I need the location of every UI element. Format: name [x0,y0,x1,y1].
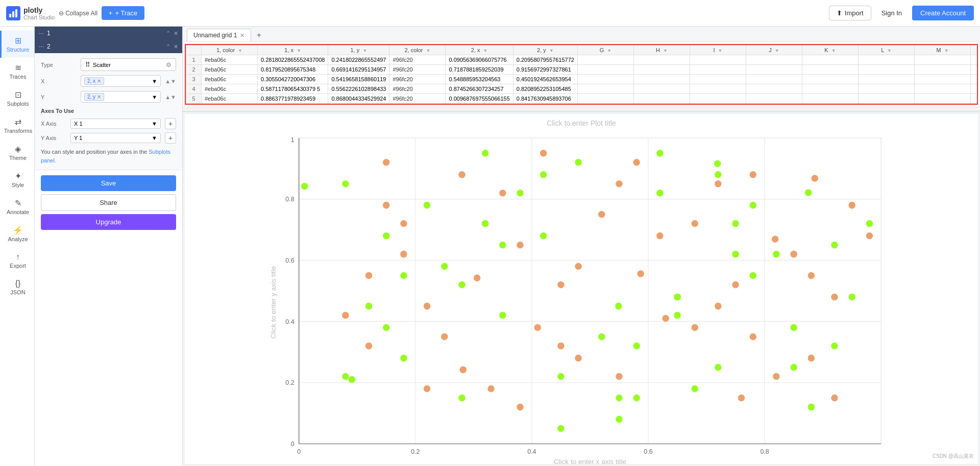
sidebar-item-theme[interactable]: ◈ Theme [0,139,34,166]
trace-2-expand-icon[interactable]: ⌃ [166,43,170,50]
type-row: Type ⠿ Scatter ⚙ [41,58,176,71]
trace-1-expand-icon[interactable]: ⌃ [166,30,170,37]
scatter-dot-series2 [715,364,722,371]
cell-1-color[interactable]: #eba06c [202,55,258,65]
scatter-dot-series1 [616,373,623,380]
cell-1-x[interactable]: 0.3055042720047306 [258,75,328,84]
sidebar-item-annotate[interactable]: ✎ Annotate [0,193,34,220]
col-j-header[interactable]: J ▼ [746,45,802,55]
cell-2-x[interactable]: 0.09056369066075776 [446,55,513,65]
subplots-icon: ⊡ [4,90,32,100]
col-2-color-header[interactable]: 2, color ▼ [389,45,446,55]
col-1-y-header[interactable]: 1, y ▼ [328,45,389,55]
cell-1-x[interactable]: 0.8179520895675348 [258,65,328,75]
sidebar-item-subplots[interactable]: ⊡ Subplots [0,85,34,112]
add-grid-button[interactable]: + [253,30,264,41]
y-tick-0: 0 [291,440,295,448]
sidebar-item-export[interactable]: ↑ Export [0,247,34,274]
grid-tab-close[interactable]: ✕ [240,32,244,39]
col-g-header[interactable]: G ▼ [577,45,633,55]
y-field-tag-close[interactable]: ✕ [97,94,101,100]
cell-1-x[interactable]: 0.8863771978923459 [258,94,328,104]
panel: ⋯ 1 ⌃ ✕ ⋯ 2 ⌃ ✕ Type ⠿ [35,27,183,466]
cell-1-y[interactable]: 0.8680044334529924 [328,94,389,104]
x-axis-title[interactable]: Click to enter x axis title [554,458,626,464]
cell-2-color[interactable]: #96fc20 [389,65,446,75]
y-axis-select[interactable]: Y 1 ▼ [70,133,161,143]
sidebar-item-json[interactable]: {} JSON [0,274,34,300]
cell-1-x[interactable]: 0.5871178065430379 5 [258,84,328,94]
sidebar-item-structure[interactable]: ⊞ Structure [0,31,34,58]
cell-1-y[interactable]: 0.6691416295134957 [328,65,389,75]
cell-2-x[interactable]: 0.8745266307234257 [446,84,513,94]
cell-2-color[interactable]: #96fc20 [389,94,446,104]
y-axis-add-button[interactable]: + [165,132,176,144]
cell-1-y[interactable]: 0.5562226102898433 [328,84,389,94]
x-axis-select[interactable]: X 1 ▼ [70,119,161,129]
scatter-dot-series2 [674,293,681,300]
x-axis-add-button[interactable]: + [165,118,176,129]
create-account-button[interactable]: Create Account [912,6,974,20]
cell-2-color[interactable]: #96fc20 [389,75,446,84]
col-m-header[interactable]: M ▼ [914,45,970,55]
col-i-header[interactable]: I ▼ [690,45,746,55]
cell-2-x[interactable]: 0.548885953204563 [446,75,513,84]
scatter-dot-series2 [349,376,356,383]
cell-2-y[interactable]: 0.4501924562653954 [513,75,577,84]
signin-button[interactable]: Sign In [876,6,907,20]
scatter-dot-series2 [557,425,565,432]
type-value[interactable]: ⠿ Scatter ⚙ [81,58,176,71]
cell-1-color[interactable]: #eba06c [202,75,258,84]
col-2-y-header[interactable]: 2, y ▼ [513,45,577,55]
y-axis-title[interactable]: Click to enter y axis title [270,266,277,339]
cell-2-y[interactable]: 0.8417630945893706 [513,94,577,104]
y-field-value[interactable]: 2, y ✕ ▼ [81,91,161,103]
cell-1-color[interactable]: #eba06c [202,65,258,75]
grid-tab-unnamed[interactable]: Unnamed grid 1 ✕ [187,29,251,41]
import-button[interactable]: ⬆ Import [829,6,871,20]
grid-scrollbar[interactable] [183,107,980,111]
cell-1-color[interactable]: #eba06c [202,94,258,104]
share-button[interactable]: Share [41,194,176,211]
cell-1-y[interactable]: 0.5419658158860119 [328,75,389,84]
trace-2-close-icon[interactable]: ✕ [174,43,178,50]
cell-1-x[interactable]: 0.2818022865552437008 [258,55,328,65]
x-field-value[interactable]: 2, x ✕ ▼ [81,75,161,87]
save-button[interactable]: Save [41,175,176,191]
collapse-all-button[interactable]: ⊖ Collapse All [59,10,97,17]
grid-table: 1, color ▼ 1, x ▼ 1, y ▼ 2, color ▼ 2, x… [186,45,978,104]
scatter-dot-series2 [656,150,664,157]
x-field-tag-close[interactable]: ✕ [97,78,101,84]
axes-label: Axes To Use [41,108,176,114]
sidebar-item-style[interactable]: ✦ Style [0,166,34,193]
col-1-color-header[interactable]: 1, color ▼ [202,45,258,55]
scatter-dot-series2 [805,189,812,196]
cell-2-color[interactable]: #96fc20 [389,55,446,65]
cell-1-y[interactable]: 0.2418022865552497 [328,55,389,65]
x-field-label: X [41,78,77,84]
plot-background [299,138,881,444]
cell-2-y[interactable]: 0.9156972997327861 [513,65,577,75]
cell-2-x[interactable]: 0.7187881859252039 [446,65,513,75]
scatter-dot-series1 [616,180,623,188]
scatter-dot-series1 [848,202,855,209]
trace-1-close-icon[interactable]: ✕ [174,30,178,37]
cell-2-color[interactable]: #96fc20 [389,84,446,94]
cell-1-color[interactable]: #eba06c [202,84,258,94]
col-l-header[interactable]: L ▼ [858,45,914,55]
col-k-header[interactable]: K ▼ [802,45,858,55]
col-h-header[interactable]: H ▼ [633,45,690,55]
add-trace-button[interactable]: + + Trace [102,6,144,20]
cell-2-y[interactable]: 0.20958079557615772 [513,55,577,65]
col-2-x-header[interactable]: 2, x ▼ [446,45,513,55]
sidebar-item-transforms[interactable]: ⇄ Transforms [0,112,34,139]
cell-2-x[interactable]: 0.009687697555066155 [446,94,513,104]
upgrade-button[interactable]: Upgrade [41,214,176,230]
type-settings-button[interactable]: ⚙ [166,61,172,68]
col-1-x-header[interactable]: 1, x ▼ [258,45,328,55]
cell-2-y[interactable]: 0.8208952253105485 [513,84,577,94]
scatter-dot-series2 [540,232,547,240]
sidebar-item-analyze[interactable]: ⚡ Analyze [0,220,34,247]
col-n-header[interactable]: N ▼ [970,45,978,55]
sidebar-item-traces[interactable]: ≋ Traces [0,58,34,85]
